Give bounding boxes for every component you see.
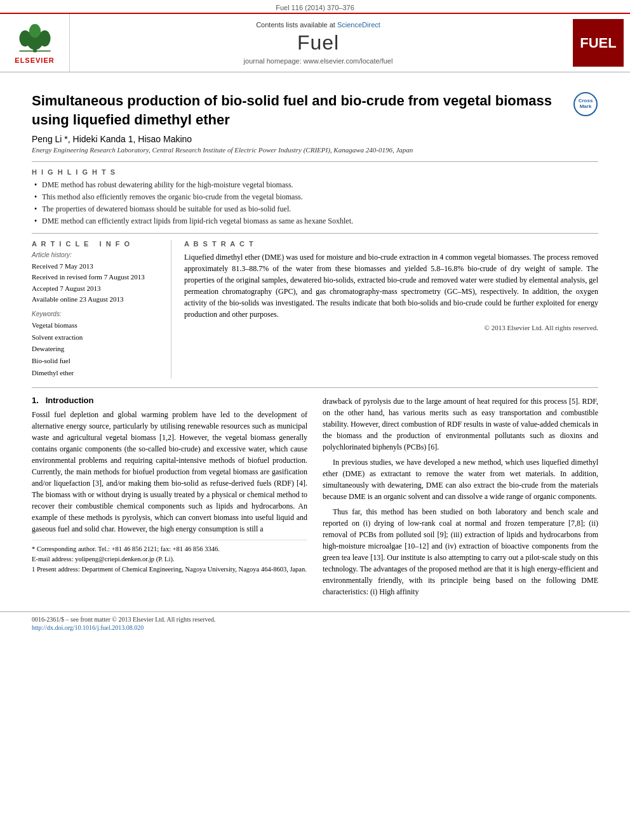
fuel-logo-box: FUEL [573,19,624,67]
keyword: Solvent extraction [32,331,158,343]
footnote-3: 1 Present address: Department of Chemica… [32,564,307,575]
footnote-area: * Corresponding author. Tel.: +81 46 856… [32,540,307,574]
svg-point-3 [39,30,50,46]
page-footer: 0016-2361/$ – see front matter © 2013 El… [0,611,630,635]
article-title: Simultaneous production of bio-solid fue… [32,91,563,129]
keywords-list: Vegetal biomass Solvent extraction Dewat… [32,319,158,378]
crossmark-badge: CrossMark [573,91,598,117]
journal-ref: Fuel 116 (2014) 370–376 [0,0,630,13]
svg-point-2 [19,30,30,46]
keywords-label: Keywords: [32,310,158,317]
journal-center: Contents lists available at ScienceDirec… [70,14,566,72]
journal-header: ELSEVIER Contents lists available at Sci… [0,13,630,72]
section-title: 1. Introduction [32,396,307,405]
intro-paragraph-right-1: drawback of pyrolysis due to the large a… [323,396,598,453]
science-direct-link[interactable]: ScienceDirect [337,21,380,29]
abstract-text: Liquefied dimethyl ether (DME) was used … [184,251,598,320]
date-accepted: Accepted 7 August 2013 [32,283,158,295]
body-text-right: drawback of pyrolysis due to the large a… [323,396,598,597]
svg-point-4 [29,23,40,37]
intro-paragraph-left: Fossil fuel depletion and global warming… [32,409,307,535]
main-content: Simultaneous production of bio-solid fue… [0,72,630,601]
keyword: Bio-solid fuel [32,355,158,367]
article-info-heading: A R T I C L E I N F O [32,240,158,248]
footer-issn: 0016-2361/$ – see front matter © 2013 El… [32,616,598,623]
fuel-logo-area: FUEL [566,14,630,72]
affiliation: Energy Engineering Research Laboratory, … [32,146,598,154]
footnote-2: E-mail address: yolipeng@criepi.denken.o… [32,554,307,564]
fuel-logo-text: FUEL [580,35,616,51]
article-info-col: A R T I C L E I N F O Article history: R… [32,240,171,379]
date-received: Received 7 May 2013 [32,261,158,272]
body-col-right: drawback of pyrolysis due to the large a… [323,396,598,601]
keyword: Dimethyl ether [32,367,158,379]
date-available-online: Available online 23 August 2013 [32,294,158,305]
science-direct-text: Contents lists available at ScienceDirec… [256,21,380,29]
intro-paragraph-right-2: In previous studies, we have developed a… [323,457,598,502]
elsevier-logo-area: ELSEVIER [0,14,70,72]
abstract-col: A B S T R A C T Liquefied dimethyl ether… [184,240,598,379]
info-dates: Received 7 May 2013 Received in revised … [32,261,158,305]
page-wrapper: Fuel 116 (2014) 370–376 ELSEVIER Content… [0,0,630,840]
body-columns: 1. Introduction Fossil fuel depletion an… [32,387,598,601]
history-label: Article history: [32,251,158,258]
article-info-abstract: A R T I C L E I N F O Article history: R… [32,233,598,379]
keyword: Dewatering [32,343,158,355]
highlight-item: DME method has robust dewatering ability… [32,180,598,190]
highlights-list: DME method has robust dewatering ability… [32,180,598,226]
highlight-item: The properties of dewatered biomass shou… [32,204,598,215]
highlight-item: DME method can efficiently extract lipid… [32,216,598,227]
footnote-1: * Corresponding author. Tel.: +81 46 856… [32,544,307,554]
article-title-row: Simultaneous production of bio-solid fue… [32,91,598,129]
crossmark-icon: CrossMark [573,92,598,116]
elsevier-tree-icon [13,22,57,54]
journal-ref-text: Fuel 116 (2014) 370–376 [276,4,354,11]
body-col-left: 1. Introduction Fossil fuel depletion an… [32,396,307,601]
abstract-copyright: © 2013 Elsevier Ltd. All rights reserved… [184,324,598,331]
body-text-left: Fossil fuel depletion and global warming… [32,409,307,535]
highlight-item: This method also efficiently removes the… [32,192,598,203]
date-received-revised: Received in revised form 7 August 2013 [32,272,158,283]
journal-homepage: journal homepage: www.elsevier.com/locat… [244,57,393,65]
keyword: Vegetal biomass [32,319,158,331]
footer-doi-link[interactable]: http://dx.doi.org/10.1016/j.fuel.2013.08… [32,624,598,631]
journal-name: Fuel [297,31,339,55]
elsevier-label: ELSEVIER [15,57,54,64]
highlights-heading: H I G H L I G H T S [32,168,598,176]
abstract-heading: A B S T R A C T [184,240,598,248]
authors: Peng Li *, Hideki Kanda 1, Hisao Makino [32,134,598,144]
divider-1 [32,161,598,162]
intro-paragraph-right-3: Thus far, this method has been studied o… [323,506,598,597]
